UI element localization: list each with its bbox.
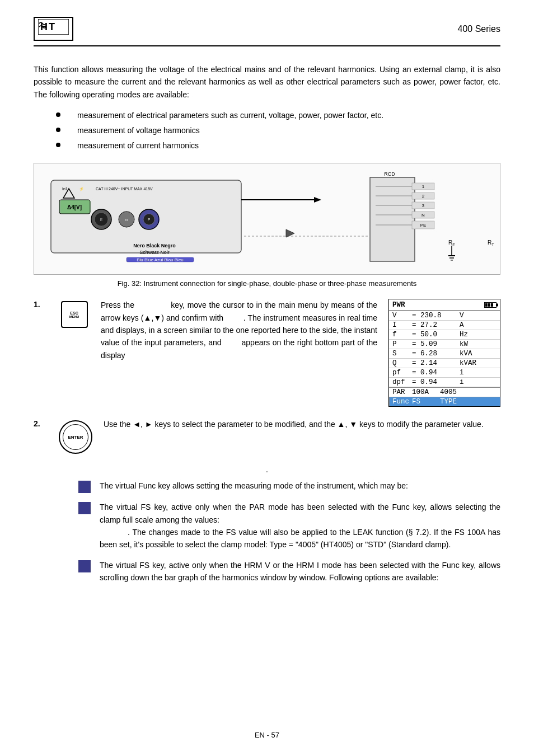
- square-bullet-section: The virtual Func key allows setting the …: [78, 480, 500, 584]
- square-bullet-text-3: The virtual FS key, active only when the…: [100, 559, 500, 584]
- pwr-row-f: f=50.0Hz: [389, 330, 500, 340]
- square-bullet-icon: [78, 502, 91, 514]
- pwr-row-s: S=6.28kVA: [389, 349, 500, 359]
- bullet-dot: [56, 128, 60, 132]
- svg-marker-22: [314, 197, 321, 203]
- func-label: Func: [392, 398, 412, 406]
- page: HT 400 Series This function allows measu…: [0, 0, 534, 756]
- step1-text: Press the key, move the cursor to in the…: [101, 299, 377, 361]
- pwr-row-pf: pf=0.94i: [389, 368, 500, 378]
- square-bullet-icon: [78, 481, 91, 493]
- svg-text:N: N: [125, 218, 128, 222]
- bullet-dot: [56, 112, 60, 117]
- svg-text:Schwarz Noir: Schwarz Noir: [139, 250, 170, 255]
- svg-text:N: N: [421, 213, 425, 218]
- list-item: measurement of voltage harmonics: [56, 125, 500, 137]
- period-line: .: [34, 465, 500, 474]
- svg-text:Blu Blue Azul Blau Bleu: Blu Blue Azul Blau Bleu: [137, 257, 184, 262]
- square-bullet-text-2: The virtual FS key, active only when the…: [100, 501, 500, 551]
- battery-segments: [485, 303, 494, 307]
- square-bullet-row-2: The virtual FS key, active only when the…: [78, 501, 500, 551]
- par-val1: 100A: [412, 388, 440, 396]
- pwr-row-q: Q=2.14kVAR: [389, 359, 500, 368]
- footer: EN - 57: [0, 731, 534, 739]
- square-bullet-text-1: The virtual Func key allows setting the …: [100, 480, 500, 492]
- svg-text:3: 3: [422, 203, 425, 208]
- step2-text: Use the ◄, ► keys to select the paramete…: [104, 418, 500, 430]
- svg-rect-23: [370, 177, 415, 261]
- svg-text:CAT III 240V~ INPUT MAX 415V: CAT III 240V~ INPUT MAX 415V: [96, 187, 153, 191]
- pwr-row-dpf: dpf=0.94i: [389, 378, 500, 387]
- intro-text: This function allows measuring the volta…: [34, 63, 500, 101]
- battery-body: [484, 302, 496, 308]
- svg-text:P: P: [148, 218, 151, 222]
- func-type: TYPE: [440, 398, 474, 406]
- par-val2: 4005: [440, 388, 474, 396]
- logo: HT: [34, 17, 73, 41]
- step2-icon: ENTER: [59, 418, 92, 454]
- step1-icon: ESC MENU: [59, 299, 90, 328]
- svg-text:PE: PE: [420, 223, 427, 228]
- svg-text:Nero Black Negro: Nero Black Negro: [133, 243, 176, 248]
- header: HT 400 Series: [34, 17, 500, 46]
- step2-number: 2.: [34, 418, 48, 428]
- bullet-dot: [56, 143, 60, 147]
- list-item: measurement of current harmonics: [56, 140, 500, 152]
- svg-text:2: 2: [422, 194, 425, 199]
- esc-label: ESC: [70, 311, 78, 315]
- bullet-list: measurement of electrical parameters suc…: [56, 110, 500, 152]
- svg-text:⚡: ⚡: [79, 186, 84, 191]
- enter-icon: ENTER: [59, 420, 92, 454]
- pwr-row-p: P=5.09kW: [389, 340, 500, 349]
- pwr-header: PWR: [389, 299, 500, 311]
- enter-label: ENTER: [63, 424, 88, 450]
- pwr-row-i: I=27.2A: [389, 321, 500, 330]
- pwr-par-row: PAR 100A 4005: [389, 387, 500, 397]
- func-fs: FS: [412, 398, 440, 406]
- diagram-svg: In1 ⚡ CAT III 240V~ INPUT MAX 415V Δ4[V]…: [45, 169, 500, 270]
- par-label: PAR: [392, 388, 412, 396]
- pwr-func-row: Func FS TYPE: [389, 397, 500, 406]
- pwr-display: PWR V=230.8V I=27.2A: [388, 299, 500, 407]
- svg-text:1: 1: [422, 184, 425, 189]
- series-title: 400 Series: [458, 24, 501, 34]
- svg-text:RT: RT: [488, 240, 494, 247]
- menu-label: MENU: [69, 315, 79, 318]
- pwr-row-v: V=230.8V: [389, 311, 500, 321]
- battery-seg: [485, 303, 488, 307]
- svg-text:E: E: [100, 218, 103, 222]
- battery-seg: [488, 303, 490, 307]
- instrument-diagram: In1 ⚡ CAT III 240V~ INPUT MAX 415V Δ4[V]…: [34, 163, 500, 275]
- esc-menu-icon: ESC MENU: [61, 301, 88, 328]
- step1-row: 1. ESC MENU Press the key, move the curs…: [34, 299, 500, 407]
- battery-seg: [491, 303, 493, 307]
- svg-text:RCD: RCD: [384, 171, 395, 177]
- diagram-caption: Fig. 32: Instrument connection for singl…: [34, 279, 500, 288]
- svg-text:In1: In1: [62, 187, 68, 191]
- square-bullet-icon: [78, 560, 91, 572]
- pwr-title: PWR: [392, 301, 405, 309]
- square-bullet-row-1: The virtual Func key allows setting the …: [78, 480, 500, 493]
- step2-row: 2. ENTER Use the ◄, ► keys to select the…: [34, 418, 500, 454]
- step1-number: 1.: [34, 299, 48, 309]
- battery-indicator: [484, 302, 496, 308]
- square-bullet-row-3: The virtual FS key, active only when the…: [78, 559, 500, 584]
- svg-text:Δ4[V]: Δ4[V]: [67, 204, 82, 210]
- list-item: measurement of electrical parameters suc…: [56, 110, 500, 121]
- page-number: EN - 57: [255, 731, 279, 739]
